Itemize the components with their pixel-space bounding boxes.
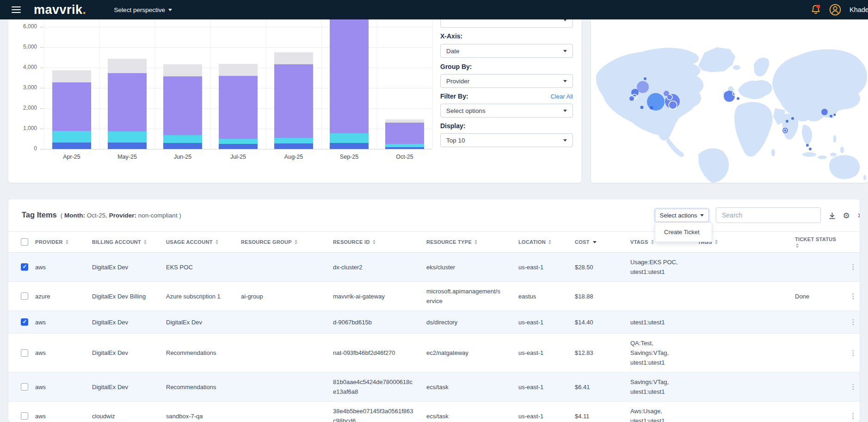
clipped-select[interactable] <box>440 19 573 28</box>
cell-ticket_status <box>791 372 847 401</box>
sort-icon[interactable] <box>295 240 297 244</box>
close-icon[interactable]: ✕ <box>855 211 860 221</box>
column-header-usage-account[interactable]: USAGE ACCOUNT <box>162 232 237 252</box>
gear-icon[interactable]: ⚙ <box>841 211 851 221</box>
bar-Aug-25-blue-segment[interactable] <box>274 143 313 149</box>
bar-Oct-25-blue-segment[interactable] <box>385 147 424 149</box>
table-row: awsDigitalEx DevRecommendations81b0aae4c… <box>8 372 860 402</box>
bar-Jul-25-gray-segment[interactable] <box>219 64 258 76</box>
map-europe <box>738 80 772 99</box>
row-menu-kebab-icon[interactable]: ⋮ <box>847 372 860 401</box>
groupby-selected-value: Provider <box>446 78 469 85</box>
sort-icon[interactable] <box>474 240 477 244</box>
display-select[interactable]: Top 10 <box>440 133 573 147</box>
y-axis-tick-label: 6,000 <box>8 23 37 30</box>
bar-Sep-25-blue-segment[interactable] <box>330 143 369 149</box>
filterby-select[interactable]: Select options <box>440 104 573 118</box>
download-icon[interactable] <box>827 211 837 221</box>
row-checkbox[interactable] <box>21 383 28 391</box>
bar-Sep-25-purple-segment[interactable] <box>330 19 369 133</box>
display-selected-value: Top 10 <box>446 137 465 144</box>
column-header-resource-type[interactable]: RESOURCE TYPE <box>423 232 515 252</box>
sort-icon[interactable] <box>144 240 147 244</box>
bar-Aug-25-cyan-segment[interactable] <box>274 138 313 143</box>
bar-Jun-25-cyan-segment[interactable] <box>163 135 202 143</box>
bar-Sep-25-cyan-segment[interactable] <box>330 133 369 143</box>
bar-Jun-25-purple-segment[interactable] <box>163 76 202 135</box>
groupby-select[interactable]: Provider <box>440 74 573 88</box>
column-header-provider[interactable]: PROVIDER <box>31 232 88 252</box>
row-checkbox[interactable] <box>21 349 28 357</box>
bar-Oct-25-cyan-segment[interactable] <box>385 144 424 147</box>
row-menu-kebab-icon[interactable]: ⋮ <box>847 334 860 372</box>
bar-Jun-25-blue-segment[interactable] <box>163 143 202 149</box>
bar-May-25-gray-segment[interactable] <box>108 59 147 73</box>
bar-May-25-cyan-segment[interactable] <box>108 131 147 143</box>
row-checkbox[interactable] <box>21 292 28 300</box>
bar-Aug-25-gray-segment[interactable] <box>274 52 313 64</box>
map-asia <box>772 49 867 121</box>
sort-icon[interactable] <box>715 240 718 244</box>
row-menu-kebab-icon[interactable]: ⋮ <box>847 253 860 281</box>
cell-usage_account: Recommendations <box>162 334 237 372</box>
bar-Jul-25-blue-segment[interactable] <box>219 144 258 149</box>
cell-usage_account: sandbox-7-qa <box>162 402 237 422</box>
bar-Apr-25-blue-segment[interactable] <box>52 143 91 149</box>
map-new-zealand <box>863 175 866 180</box>
row-menu-kebab-icon[interactable]: ⋮ <box>847 282 860 310</box>
search-input[interactable] <box>716 207 821 223</box>
select-all-checkbox[interactable] <box>21 238 28 246</box>
cell-location: eastus <box>515 282 571 310</box>
username-text[interactable]: Khader <box>850 6 868 13</box>
row-checkbox[interactable] <box>21 263 28 271</box>
xaxis-select[interactable]: Date <box>440 44 573 58</box>
bar-May-25-blue-segment[interactable] <box>108 143 147 149</box>
y-axis-tick-label: 2,000 <box>8 105 37 111</box>
bar-Apr-25-gray-segment[interactable] <box>52 70 91 82</box>
row-checkbox[interactable] <box>21 412 28 420</box>
user-avatar-icon[interactable] <box>829 4 841 16</box>
column-header-cost[interactable]: COST <box>571 232 627 252</box>
bar-May-25-purple-segment[interactable] <box>108 73 147 131</box>
bar-Jul-25-purple-segment[interactable] <box>219 76 258 139</box>
cell-cost: $14.40 <box>571 311 627 333</box>
map-madagascar <box>771 149 775 156</box>
bar-Jun-25-gray-segment[interactable] <box>163 64 202 76</box>
notifications-bell-icon[interactable] <box>811 4 821 15</box>
cell-resource_group <box>237 334 329 372</box>
row-menu-kebab-icon[interactable]: ⋮ <box>847 311 860 333</box>
column-header-location[interactable]: LOCATION <box>515 232 571 252</box>
cell-resource_group <box>237 372 329 401</box>
filterby-placeholder: Select options <box>446 107 486 114</box>
sort-icon[interactable] <box>215 240 218 244</box>
clear-all-link[interactable]: Clear All <box>551 93 573 100</box>
sort-icon[interactable] <box>66 240 68 244</box>
column-header-ticket-status[interactable]: TICKET STATUS <box>791 232 847 252</box>
select-perspective-dropdown[interactable]: Select perspective <box>114 6 172 13</box>
cell-tags <box>694 253 791 281</box>
row-menu-kebab-icon[interactable]: ⋮ <box>847 402 860 422</box>
bar-Aug-25-purple-segment[interactable] <box>274 64 313 138</box>
row-checkbox[interactable] <box>21 318 28 326</box>
sort-icon[interactable] <box>796 243 799 248</box>
bar-Oct-25-purple-segment[interactable] <box>385 123 424 144</box>
y-axis-tick-label: 0 <box>8 145 37 152</box>
cell-resource_group <box>237 402 329 422</box>
hamburger-menu-icon[interactable] <box>12 6 21 13</box>
menu-item-create-ticket[interactable]: Create Ticket <box>655 223 712 242</box>
bar-Oct-25-gray-segment[interactable] <box>385 119 424 123</box>
sort-desc-icon[interactable] <box>593 241 597 243</box>
select-actions-button[interactable]: Select actions <box>655 209 709 222</box>
bar-Apr-25-cyan-segment[interactable] <box>52 131 91 143</box>
sort-icon[interactable] <box>651 240 654 244</box>
bar-Apr-25-purple-segment[interactable] <box>52 82 91 131</box>
column-header-resource-id[interactable]: RESOURCE ID <box>329 232 423 252</box>
sort-icon[interactable] <box>548 240 551 244</box>
column-header-billing-account[interactable]: BILLING ACCOUNT <box>88 232 162 252</box>
map-central-america <box>666 138 684 157</box>
column-header-resource-group[interactable]: RESOURCE GROUP <box>237 232 329 252</box>
x-axis-tick-label: Sep-25 <box>321 154 377 160</box>
sort-icon[interactable] <box>373 240 376 244</box>
chevron-down-icon <box>700 214 704 217</box>
bar-Jul-25-cyan-segment[interactable] <box>219 139 258 144</box>
